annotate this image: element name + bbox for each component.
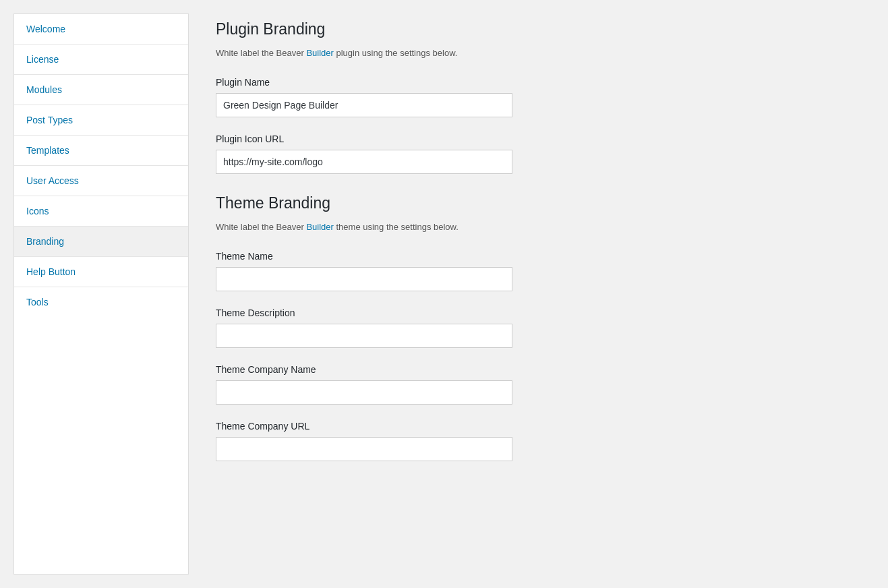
sidebar-item-user-access[interactable]: User Access (14, 166, 188, 196)
theme-company-name-field-group: Theme Company Name (216, 364, 861, 405)
theme-description-field-group: Theme Description (216, 307, 861, 348)
plugin-branding-description: White label the Beaver Builder plugin us… (216, 47, 861, 61)
theme-name-input[interactable] (216, 267, 512, 291)
theme-branding-desc-mid: theme using the settings below. (334, 222, 458, 232)
theme-name-field-group: Theme Name (216, 251, 861, 291)
plugin-branding-desc-mid: plugin using the settings below. (334, 48, 458, 58)
theme-company-name-input[interactable] (216, 380, 512, 405)
plugin-name-input[interactable] (216, 93, 512, 117)
sidebar-item-license[interactable]: License (14, 45, 188, 75)
theme-company-url-label: Theme Company URL (216, 421, 861, 432)
sidebar-item-branding[interactable]: Branding (14, 227, 188, 257)
plugin-icon-url-input[interactable] (216, 150, 512, 174)
sidebar-item-post-types[interactable]: Post Types (14, 105, 188, 136)
theme-branding-desc-link1: Builder (306, 222, 333, 232)
theme-branding-description: White label the Beaver Builder theme usi… (216, 220, 861, 235)
sidebar-item-templates[interactable]: Templates (14, 136, 188, 166)
theme-description-label: Theme Description (216, 307, 861, 318)
theme-description-input[interactable] (216, 324, 512, 348)
theme-company-url-input[interactable] (216, 437, 512, 461)
sidebar-item-tools[interactable]: Tools (14, 287, 188, 317)
sidebar-item-modules[interactable]: Modules (14, 75, 188, 105)
sidebar-item-help-button[interactable]: Help Button (14, 257, 188, 287)
sidebar-item-welcome[interactable]: Welcome (14, 14, 188, 45)
plugin-name-field-group: Plugin Name (216, 77, 861, 117)
sidebar-item-icons[interactable]: Icons (14, 196, 188, 227)
plugin-branding-desc-link1: Builder (306, 48, 333, 58)
plugin-branding-title: Plugin Branding (216, 20, 861, 38)
sidebar: WelcomeLicenseModulesPost TypesTemplates… (13, 13, 189, 575)
theme-company-url-field-group: Theme Company URL (216, 421, 861, 461)
main-content: Plugin Branding White label the Beaver B… (202, 13, 875, 575)
theme-branding-desc-text: White label the Beaver (216, 222, 306, 232)
theme-company-name-label: Theme Company Name (216, 364, 861, 375)
theme-branding-section: Theme Branding White label the Beaver Bu… (216, 194, 861, 461)
plugin-icon-url-field-group: Plugin Icon URL (216, 134, 861, 174)
theme-name-label: Theme Name (216, 251, 861, 262)
theme-branding-title: Theme Branding (216, 194, 861, 212)
plugin-icon-url-label: Plugin Icon URL (216, 134, 861, 144)
plugin-name-label: Plugin Name (216, 77, 861, 88)
plugin-branding-desc-text: White label the Beaver (216, 48, 306, 58)
